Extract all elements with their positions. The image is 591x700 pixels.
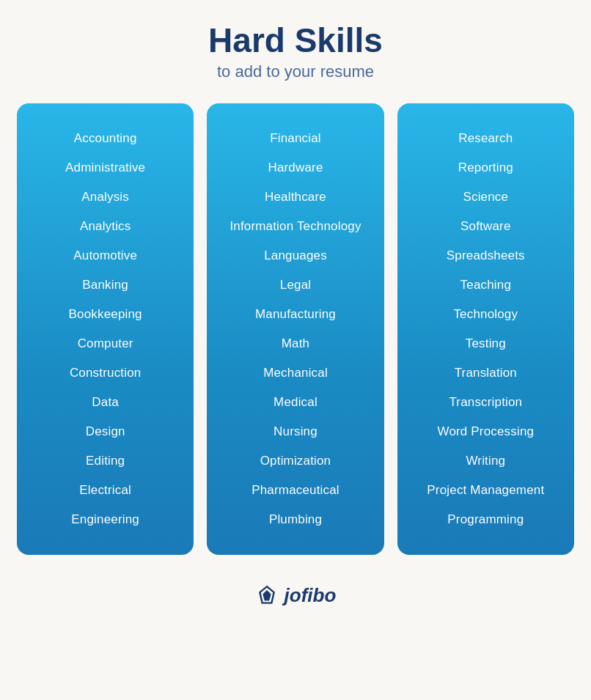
- skill-item: Editing: [24, 446, 186, 476]
- skill-item: Science: [405, 183, 567, 212]
- skill-item: Engineering: [24, 505, 186, 534]
- skill-item: Transcription: [405, 388, 567, 417]
- skill-item: Computer: [24, 329, 186, 358]
- skill-item: Teaching: [405, 270, 567, 300]
- page-title: Hard Skills: [208, 22, 383, 59]
- skill-item: Math: [214, 329, 376, 358]
- skill-item: Automotive: [24, 241, 186, 270]
- skill-item: Bookkeeping: [24, 300, 186, 329]
- skill-item: Manufacturing: [214, 300, 376, 329]
- skill-item: Data: [24, 388, 186, 417]
- skill-item: Analysis: [24, 183, 186, 212]
- skill-item: Testing: [405, 329, 567, 358]
- skill-item: Nursing: [214, 417, 376, 446]
- skill-item: Optimization: [214, 446, 376, 476]
- skill-item: Design: [24, 417, 186, 446]
- skill-item: Mechanical: [214, 358, 376, 388]
- skill-item: Writing: [405, 446, 567, 476]
- skill-item: Legal: [214, 270, 376, 300]
- skill-item: Reporting: [405, 153, 567, 183]
- skill-item: Project Management: [405, 476, 567, 505]
- skill-item: Medical: [214, 388, 376, 417]
- page-header: Hard Skills to add to your resume: [208, 22, 383, 81]
- skill-item: Pharmaceutical: [214, 476, 376, 505]
- skill-column-1: AccountingAdministrativeAnalysisAnalytic…: [17, 103, 194, 555]
- skill-item: Healthcare: [214, 183, 376, 212]
- page-subtitle: to add to your resume: [208, 62, 383, 81]
- skill-item: Translation: [405, 358, 567, 388]
- skill-item: Information Technology: [214, 212, 376, 241]
- skill-item: Financial: [214, 124, 376, 153]
- skill-item: Construction: [24, 358, 186, 388]
- skill-item: Software: [405, 212, 567, 241]
- skill-item: Spreadsheets: [405, 241, 567, 270]
- skill-item: Plumbing: [214, 505, 376, 534]
- skill-item: Analytics: [24, 212, 186, 241]
- skill-item: Accounting: [24, 124, 186, 153]
- skill-item: Hardware: [214, 153, 376, 183]
- skill-item: Banking: [24, 270, 186, 300]
- footer-logo-text: jofibo: [285, 584, 337, 607]
- footer: jofibo: [255, 584, 337, 608]
- skills-columns: AccountingAdministrativeAnalysisAnalytic…: [17, 103, 574, 555]
- jofibo-logo-icon: [255, 584, 279, 608]
- skill-column-3: ResearchReportingScienceSoftwareSpreadsh…: [397, 103, 574, 555]
- skill-item: Programming: [405, 505, 567, 534]
- skill-item: Technology: [405, 300, 567, 329]
- skill-item: Research: [405, 124, 567, 153]
- skill-item: Languages: [214, 241, 376, 270]
- skill-item: Administrative: [24, 153, 186, 183]
- skill-item: Word Processing: [405, 417, 567, 446]
- skill-item: Electrical: [24, 476, 186, 505]
- skill-column-2: FinancialHardwareHealthcareInformation T…: [207, 103, 383, 555]
- svg-marker-1: [263, 590, 271, 600]
